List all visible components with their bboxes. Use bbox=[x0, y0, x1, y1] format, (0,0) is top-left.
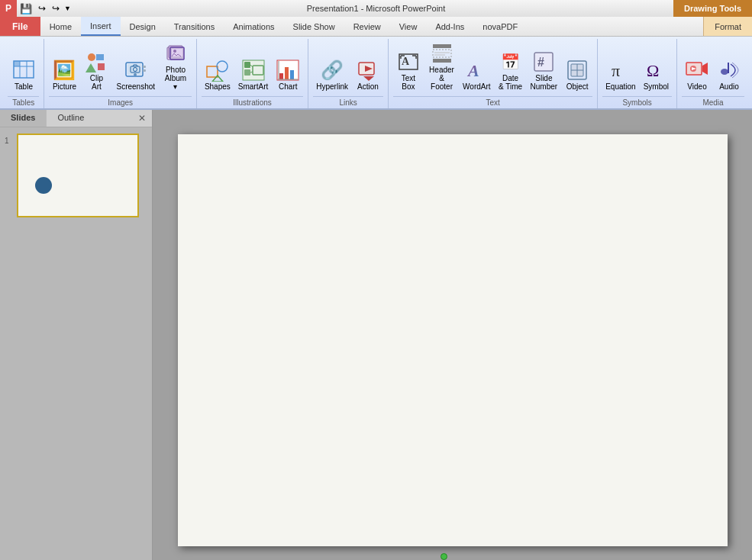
symbol-label: Symbol bbox=[644, 82, 669, 91]
clipart-label: ClipArt bbox=[90, 74, 103, 91]
file-menu[interactable]: File bbox=[0, 17, 40, 36]
svg-rect-4 bbox=[14, 61, 20, 66]
datetime-button[interactable]: 📅 Date& Time bbox=[495, 47, 526, 93]
wordart-button[interactable]: A WordArt bbox=[460, 56, 494, 93]
object-label: Object bbox=[566, 82, 589, 91]
novapdf-menu[interactable]: novaPDF bbox=[473, 17, 527, 36]
main-layout: Slides Outline ✕ 1 bbox=[0, 110, 752, 560]
video-button[interactable]: Video bbox=[682, 56, 712, 93]
slide-preview-1[interactable] bbox=[17, 134, 139, 217]
chart-button[interactable]: Chart bbox=[273, 56, 303, 93]
headerfooter-label: Header& Footer bbox=[428, 66, 455, 91]
view-menu[interactable]: View bbox=[390, 17, 427, 36]
rotation-handle[interactable] bbox=[441, 553, 447, 560]
menu-bar: File Home Insert Design Transitions Anim… bbox=[0, 17, 752, 37]
ribbon-group-media: Video Audio Media bbox=[677, 39, 749, 108]
left-panel: Slides Outline ✕ 1 bbox=[0, 110, 153, 560]
picture-button[interactable]: 🖼️ Picture bbox=[49, 56, 79, 93]
svg-rect-26 bbox=[244, 69, 250, 76]
ribbon-group-symbols: π Equation Ω Symbol Symbols bbox=[598, 39, 677, 108]
images-group-label: Images bbox=[49, 96, 191, 108]
svg-rect-8 bbox=[98, 63, 105, 70]
svg-rect-21 bbox=[207, 66, 218, 77]
screenshot-label: Screenshot bbox=[116, 82, 155, 91]
audio-label: Audio bbox=[719, 82, 739, 91]
animations-menu[interactable]: Animations bbox=[224, 17, 283, 36]
shapes-button[interactable]: Shapes bbox=[202, 56, 234, 93]
slideshow-menu[interactable]: Slide Show bbox=[284, 17, 344, 36]
chart-label: Chart bbox=[279, 82, 297, 91]
svg-rect-64 bbox=[728, 63, 729, 73]
tables-group-label: Tables bbox=[8, 96, 39, 108]
insert-menu[interactable]: Insert bbox=[81, 17, 121, 36]
symbol-button[interactable]: Ω Symbol bbox=[641, 56, 672, 93]
media-group-label: Media bbox=[682, 96, 744, 108]
equation-label: Equation bbox=[605, 82, 635, 91]
svg-point-22 bbox=[217, 61, 228, 72]
svg-text:#: # bbox=[537, 56, 544, 69]
format-menu[interactable]: Format bbox=[703, 17, 752, 36]
quick-access-redo[interactable]: ↪ bbox=[49, 3, 63, 14]
slide-area bbox=[153, 110, 752, 560]
text-group-label: Text bbox=[393, 96, 592, 108]
hyperlink-label: Hyperlink bbox=[316, 82, 348, 91]
svg-marker-37 bbox=[363, 76, 374, 81]
audio-button[interactable]: Audio bbox=[714, 56, 744, 93]
ribbon: Table Tables 🖼️ Picture bbox=[0, 37, 752, 110]
svg-text:π: π bbox=[612, 61, 620, 80]
svg-text:A: A bbox=[402, 56, 410, 67]
photoalbum-button[interactable]: PhotoAlbum ▾ bbox=[160, 39, 192, 93]
svg-rect-45 bbox=[433, 44, 451, 48]
screenshot-button[interactable]: Screenshot bbox=[113, 56, 158, 93]
shapes-label: Shapes bbox=[205, 82, 231, 91]
table-button[interactable]: Table bbox=[8, 55, 40, 93]
svg-marker-7 bbox=[86, 63, 96, 72]
photoalbum-label: PhotoAlbum ▾ bbox=[163, 66, 189, 91]
svg-rect-46 bbox=[433, 59, 451, 63]
textbox-label: TextBox bbox=[402, 74, 415, 91]
slide-thumbnail-1[interactable]: 1 bbox=[5, 134, 147, 217]
office-icon[interactable]: P bbox=[0, 0, 17, 17]
transitions-menu[interactable]: Transitions bbox=[165, 17, 224, 36]
addins-menu[interactable]: Add-Ins bbox=[426, 17, 473, 36]
ribbon-group-images: 🖼️ Picture ClipArt bbox=[44, 39, 196, 108]
smartart-button[interactable]: SmartArt bbox=[235, 56, 271, 93]
quick-access-dropdown[interactable]: ▼ bbox=[63, 5, 73, 12]
ribbon-group-illustrations: Shapes SmartArt bbox=[197, 39, 308, 108]
svg-rect-6 bbox=[96, 54, 104, 60]
svg-point-20 bbox=[173, 50, 176, 53]
illustrations-group-label: Illustrations bbox=[202, 96, 303, 108]
slidenum-button[interactable]: # SlideNumber bbox=[528, 47, 561, 93]
svg-rect-25 bbox=[244, 62, 250, 68]
quick-access-save[interactable]: 💾 bbox=[17, 3, 35, 14]
svg-rect-10 bbox=[127, 64, 141, 75]
ribbon-group-links: 🔗 Hyperlink Action Links bbox=[308, 39, 389, 108]
outline-tab[interactable]: Outline bbox=[46, 110, 95, 127]
clipart-button[interactable]: ClipArt bbox=[81, 47, 111, 93]
svg-point-63 bbox=[721, 69, 728, 75]
slide-number-1: 1 bbox=[5, 134, 14, 145]
svg-rect-11 bbox=[143, 66, 146, 68]
home-menu[interactable]: Home bbox=[40, 17, 81, 36]
svg-point-13 bbox=[134, 73, 137, 76]
headerfooter-button[interactable]: Header& Footer bbox=[425, 39, 458, 93]
hyperlink-button[interactable]: 🔗 Hyperlink bbox=[313, 56, 351, 93]
svg-text:Ω: Ω bbox=[647, 61, 659, 80]
svg-marker-60 bbox=[702, 63, 708, 75]
action-button[interactable]: Action bbox=[353, 56, 383, 93]
video-label: Video bbox=[687, 82, 706, 91]
textbox-button[interactable]: A TextBox bbox=[393, 47, 424, 93]
slide-canvas[interactable] bbox=[178, 134, 728, 546]
wordart-label: WordArt bbox=[463, 82, 491, 91]
equation-button[interactable]: π Equation bbox=[602, 56, 638, 93]
picture-label: Picture bbox=[53, 82, 76, 91]
slides-panel: 1 bbox=[0, 127, 152, 560]
close-panel-button[interactable]: ✕ bbox=[132, 110, 152, 127]
panel-tabs: Slides Outline ✕ bbox=[0, 110, 152, 127]
review-menu[interactable]: Review bbox=[344, 17, 390, 36]
object-button[interactable]: Object bbox=[562, 56, 592, 93]
title-bar: Presentation1 - Microsoft PowerPoint bbox=[307, 4, 446, 13]
slides-tab[interactable]: Slides bbox=[0, 110, 46, 127]
design-menu[interactable]: Design bbox=[121, 17, 165, 36]
quick-access-undo[interactable]: ↩ bbox=[35, 3, 49, 14]
